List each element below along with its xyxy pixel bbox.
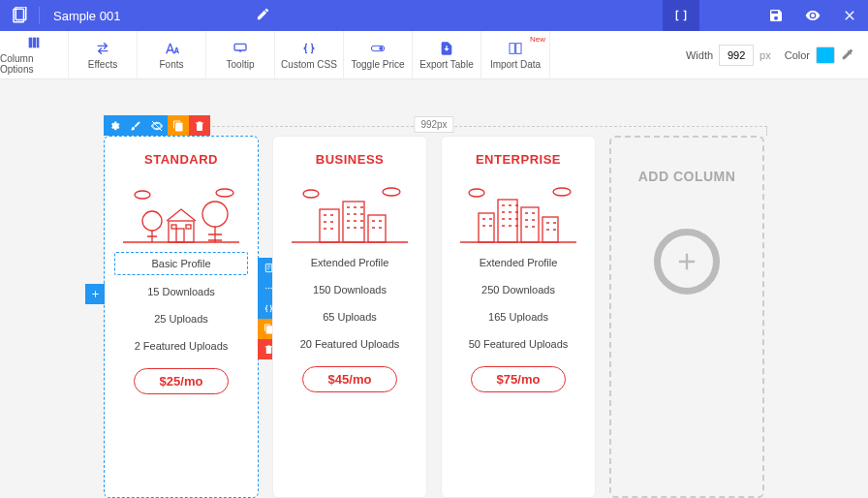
pricing-column-enterprise[interactable]: ENTERPRISE Extended Profile 250 Download… xyxy=(441,136,596,498)
column-duplicate-button[interactable] xyxy=(168,115,189,136)
canvas: 992px STANDARD Basic Profile 15 Download… xyxy=(0,79,868,498)
svg-rect-20 xyxy=(171,225,176,229)
close-button[interactable] xyxy=(831,0,868,31)
svg-rect-18 xyxy=(169,221,194,242)
svg-point-12 xyxy=(267,288,268,289)
top-bar: Sample 001 xyxy=(0,0,868,31)
tool-custom-css[interactable]: Custom CSS xyxy=(275,31,344,79)
tool-tooltip[interactable]: Tooltip xyxy=(206,31,275,79)
column-style-button[interactable] xyxy=(125,115,146,136)
feature-item[interactable]: Basic Profile xyxy=(114,252,248,275)
feature-item[interactable]: 2 Featured Uploads xyxy=(135,335,229,357)
eyedropper-icon[interactable] xyxy=(841,47,854,63)
column-toolbar xyxy=(104,115,210,136)
width-label: Width xyxy=(686,49,713,61)
width-unit: px xyxy=(760,49,771,61)
svg-rect-5 xyxy=(234,44,246,50)
toolbar: Column Options Effects Fonts Tooltip Cus… xyxy=(0,31,868,79)
feature-item[interactable]: 165 Uploads xyxy=(488,306,548,327)
tool-export-table[interactable]: Export Table xyxy=(413,31,481,79)
svg-rect-30 xyxy=(498,200,517,242)
svg-point-22 xyxy=(303,190,319,198)
title-area: Sample 001 xyxy=(39,7,284,24)
feature-item[interactable]: 20 Featured Uploads xyxy=(300,333,400,355)
preview-button[interactable] xyxy=(794,0,831,31)
price-button[interactable]: $45/mo xyxy=(302,366,398,392)
feature-item[interactable]: 25 Uploads xyxy=(154,308,208,329)
tool-import-data[interactable]: NewImport Data xyxy=(481,31,550,79)
add-column-label: ADD COLUMN xyxy=(638,169,736,184)
feature-item[interactable]: Extended Profile xyxy=(480,252,558,273)
table-title: Sample 001 xyxy=(53,9,120,23)
svg-point-23 xyxy=(383,188,400,196)
feature-item[interactable]: 65 Uploads xyxy=(323,306,377,327)
column-title: BUSINESS xyxy=(316,152,384,167)
feature-item[interactable]: Extended Profile xyxy=(311,252,389,273)
app-logo[interactable] xyxy=(0,0,39,31)
add-feature-button[interactable] xyxy=(85,284,105,304)
add-column-button[interactable]: ADD COLUMN xyxy=(609,136,764,498)
feature-item[interactable]: 150 Downloads xyxy=(313,279,387,300)
feature-item[interactable]: 250 Downloads xyxy=(481,279,555,300)
feature-item[interactable]: 15 Downloads xyxy=(147,281,215,302)
column-delete-button[interactable] xyxy=(189,115,210,136)
tool-fonts[interactable]: Fonts xyxy=(138,31,206,79)
price-button[interactable]: $75/mo xyxy=(471,366,567,392)
tool-toggle-price[interactable]: Toggle Price xyxy=(344,31,413,79)
illustration-city xyxy=(451,178,585,246)
color-swatch[interactable] xyxy=(816,47,835,64)
column-settings-button[interactable] xyxy=(104,115,125,136)
new-badge: New xyxy=(530,35,545,44)
svg-point-14 xyxy=(135,191,150,199)
ruler-label: 992px xyxy=(414,116,453,133)
svg-point-7 xyxy=(379,47,383,50)
svg-rect-4 xyxy=(37,38,40,48)
svg-rect-3 xyxy=(33,38,36,48)
svg-point-11 xyxy=(265,288,266,289)
svg-point-16 xyxy=(142,211,162,231)
svg-rect-24 xyxy=(320,209,339,242)
svg-point-27 xyxy=(469,189,484,197)
width-input[interactable] xyxy=(719,45,754,66)
color-label: Color xyxy=(785,49,810,61)
svg-rect-10 xyxy=(265,264,271,271)
svg-rect-21 xyxy=(186,225,191,229)
svg-rect-9 xyxy=(516,43,521,53)
column-title: STANDARD xyxy=(144,152,218,167)
pricing-column-business[interactable]: BUSINESS Extended Profile 150 Downloads … xyxy=(272,136,427,498)
width-control: Width px xyxy=(686,45,785,66)
plus-circle-icon xyxy=(654,229,720,295)
color-control: Color xyxy=(785,47,868,64)
tool-effects[interactable]: Effects xyxy=(69,31,138,79)
column-visibility-button[interactable] xyxy=(146,115,168,136)
svg-rect-2 xyxy=(29,38,32,48)
price-button[interactable]: $25/mo xyxy=(134,368,230,394)
tool-column-options[interactable]: Column Options xyxy=(0,31,69,79)
edit-title-icon[interactable] xyxy=(256,7,270,24)
svg-rect-8 xyxy=(510,43,514,53)
svg-point-15 xyxy=(216,189,233,197)
illustration-buildings xyxy=(283,178,417,246)
pricing-table: STANDARD Basic Profile 15 Downloads 25 U… xyxy=(104,136,764,498)
column-title: ENTERPRISE xyxy=(476,152,561,167)
save-button[interactable] xyxy=(758,0,794,31)
svg-point-28 xyxy=(553,188,571,196)
svg-rect-19 xyxy=(176,229,184,242)
pricing-column-standard[interactable]: STANDARD Basic Profile 15 Downloads 25 U… xyxy=(104,136,259,498)
illustration-house xyxy=(114,178,248,246)
feature-item[interactable]: 50 Featured Uploads xyxy=(469,333,569,355)
svg-point-17 xyxy=(202,202,228,227)
svg-rect-29 xyxy=(479,213,494,242)
svg-rect-31 xyxy=(521,207,539,242)
svg-rect-26 xyxy=(368,215,386,242)
code-brackets-button[interactable] xyxy=(663,0,699,31)
